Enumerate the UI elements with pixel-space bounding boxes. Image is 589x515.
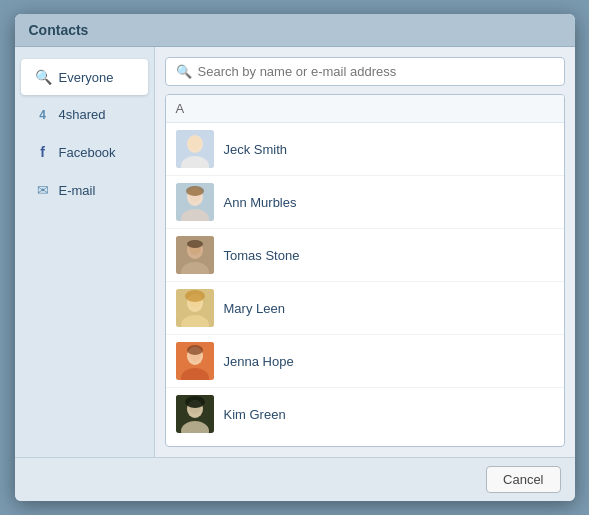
sidebar-item-everyone-label: Everyone <box>59 70 114 85</box>
section-header-a: A <box>166 95 564 123</box>
sidebar-item-everyone[interactable]: 🔍 Everyone <box>21 59 148 95</box>
4shared-icon: 4 <box>35 108 51 122</box>
cancel-button[interactable]: Cancel <box>486 466 560 493</box>
svg-point-8 <box>186 186 204 196</box>
contact-jeck-smith[interactable]: Jeck Smith <box>166 123 564 176</box>
contacts-list: A Jeck Smith <box>165 94 565 447</box>
svg-point-13 <box>187 240 203 248</box>
sidebar-item-email-label: E-mail <box>59 183 96 198</box>
avatar-mary-leen <box>176 289 214 327</box>
search-icon: 🔍 <box>176 64 192 79</box>
sidebar-item-facebook-label: Facebook <box>59 145 116 160</box>
contact-name-tomas-stone: Tomas Stone <box>224 248 300 263</box>
email-icon: ✉ <box>35 182 51 198</box>
contact-kim-green[interactable]: Kim Green <box>166 388 564 440</box>
contact-name-jenna-hope: Jenna Hope <box>224 354 294 369</box>
avatar-kim-green <box>176 395 214 433</box>
contact-name-jeck-smith: Jeck Smith <box>224 142 288 157</box>
contacts-dialog: Contacts 🔍 Everyone 4 4shared f Facebook… <box>15 14 575 501</box>
avatar-tomas-stone <box>176 236 214 274</box>
svg-point-28 <box>185 396 205 408</box>
contact-ann-murbles[interactable]: Ann Murbles <box>166 176 564 229</box>
svg-point-23 <box>187 345 203 355</box>
facebook-icon: f <box>35 144 51 160</box>
contact-tomas-stone[interactable]: Tomas Stone <box>166 229 564 282</box>
contact-name-mary-leen: Mary Leen <box>224 301 285 316</box>
avatar-jeck-smith <box>176 130 214 168</box>
svg-point-3 <box>189 136 201 150</box>
dialog-title: Contacts <box>15 14 575 47</box>
avatar-ann-murbles <box>176 183 214 221</box>
svg-point-18 <box>185 290 205 302</box>
sidebar-item-4shared[interactable]: 4 4shared <box>21 97 148 132</box>
contact-jenna-hope[interactable]: Jenna Hope <box>166 335 564 388</box>
search-icon: 🔍 <box>35 69 51 85</box>
search-box: 🔍 <box>165 57 565 86</box>
sidebar: 🔍 Everyone 4 4shared f Facebook ✉ E-mail <box>15 47 155 457</box>
contact-name-ann-murbles: Ann Murbles <box>224 195 297 210</box>
avatar-jenna-hope <box>176 342 214 380</box>
contact-mary-leen[interactable]: Mary Leen <box>166 282 564 335</box>
sidebar-item-facebook[interactable]: f Facebook <box>21 134 148 170</box>
sidebar-item-4shared-label: 4shared <box>59 107 106 122</box>
contact-name-kim-green: Kim Green <box>224 407 286 422</box>
dialog-body: 🔍 Everyone 4 4shared f Facebook ✉ E-mail… <box>15 47 575 457</box>
main-content: 🔍 A Jeck Smith <box>155 47 575 457</box>
dialog-footer: Cancel <box>15 457 575 501</box>
sidebar-item-email[interactable]: ✉ E-mail <box>21 172 148 208</box>
search-input[interactable] <box>198 64 554 79</box>
